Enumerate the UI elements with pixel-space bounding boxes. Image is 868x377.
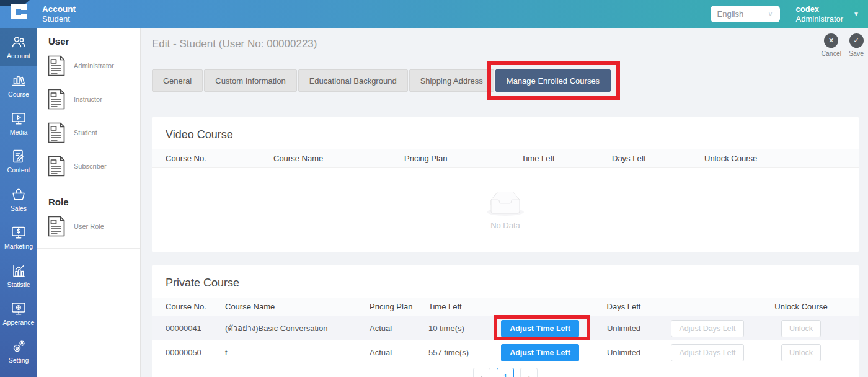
sidebar-item-label: User Role [74,223,104,230]
nav-item-media[interactable]: Media [0,104,37,142]
table-row: 00000050 t Actual 557 time(s) Adjust Tim… [152,340,859,365]
gears-icon [11,339,27,355]
breadcrumb: Account Student [42,4,76,24]
nav-item-label: Account [7,52,30,60]
column-header: Unlock Course [704,149,845,167]
monitor-dollar-icon [11,224,27,241]
empty-state: No Data [152,168,859,254]
sidebar-item-subscriber[interactable]: Subscriber [37,149,140,183]
sidebar-section-role: Role User Role [37,188,140,249]
cancel-x-icon: ✕ [824,33,838,48]
video-course-table-header: Course No. Course Name Pricing Plan Time… [152,149,859,168]
page-title: Edit - Student (User No: 00000223) [152,38,317,50]
tab-bar: General Custom Information Educational B… [152,69,611,92]
document-icon [47,55,66,76]
save-check-icon: ✓ [849,33,864,48]
cancel-button[interactable]: ✕ Cancel [821,33,841,57]
adjust-time-left-button[interactable]: Adjust Time Left [501,320,579,337]
column-header: Pricing Plan [404,149,521,167]
sidebar-item-administrator[interactable]: Administrator [37,49,140,82]
nav-item-label: Course [8,91,29,98]
video-course-card: Video Course Course No. Course Name Pric… [152,117,859,252]
private-course-title: Private Course [152,265,859,298]
nav-item-label: Content [7,166,30,174]
codex-logo-icon [8,3,29,20]
tab-custom-information[interactable]: Custom Information [204,69,296,92]
document-icon [47,122,66,143]
secondary-sidebar: User Administrator Instructor Stu [37,28,141,377]
user-menu[interactable]: codex Administrator ▼ [796,4,859,24]
breadcrumb-page: Student [42,14,76,24]
column-header: Course No. [166,149,273,167]
user-name: codex [796,4,844,14]
bar-chart-icon [11,263,27,279]
empty-inbox-icon [485,192,525,217]
table-row: 00000041 (ตัวอย่าง)Basic Conversation Ac… [152,316,859,340]
nav-item-content[interactable]: Content [0,142,37,180]
adjust-days-left-button[interactable]: Adjust Days Left [671,320,743,337]
media-screen-icon [11,110,27,126]
sidebar-item-student[interactable]: Student [37,116,140,149]
cell-pricing-plan: Actual [370,340,428,365]
cell-time-left: 10 time(s) [428,316,490,340]
video-course-title: Video Course [152,117,859,149]
main-content: Edit - Student (User No: 00000223) ✕ Can… [141,28,868,377]
document-edit-icon [11,148,27,164]
cell-days-left: Unlimited [590,316,658,340]
document-icon [47,216,66,237]
cell-course-name: t [225,340,370,365]
document-icon [47,89,66,110]
books-icon [11,73,27,89]
tab-label: Manage Enrolled Courses [507,76,600,86]
tab-educational-background[interactable]: Educational Background [298,69,408,92]
cell-course-name: (ตัวอย่าง)Basic Conversation [225,316,370,340]
cell-time-left: 557 time(s) [428,340,490,365]
cell-days-left: Unlimited [590,340,658,365]
document-icon [47,156,66,177]
language-select[interactable]: English ∨ [711,6,780,22]
cell-course-no: 00000050 [166,340,225,365]
cell-pricing-plan: Actual [370,316,428,340]
monitor-gear-icon [11,301,27,317]
unlock-button[interactable]: Unlock [781,344,821,361]
sidebar-item-user-role[interactable]: User Role [37,210,140,243]
language-select-value: English [717,9,744,19]
topbar: Account Student English ∨ codex Administ… [0,0,868,28]
chevron-down-icon: ∨ [768,10,773,18]
nav-item-label: Statistic [7,281,30,288]
cell-course-no: 00000041 [166,316,225,340]
users-icon [11,34,27,50]
pagination: ‹ 1 › [152,368,859,377]
sidebar-item-label: Administrator [74,62,114,69]
nav-item-course[interactable]: Course [0,66,37,104]
pagination-page-1-button[interactable]: 1 [497,368,514,377]
tab-bar-divider [152,92,859,92]
tab-manage-enrolled-courses[interactable]: Manage Enrolled Courses [495,69,611,92]
nav-item-apperance[interactable]: Apperance [0,295,37,332]
unlock-button[interactable]: Unlock [781,320,821,337]
pagination-next-button[interactable]: › [520,368,538,377]
sidebar-item-instructor[interactable]: Instructor [37,82,140,116]
main-nav-rail: Account Course Media Content Sales [0,28,37,377]
nav-item-statistic[interactable]: Statistic [0,256,37,294]
app-logo[interactable] [0,0,37,28]
pagination-prev-button[interactable]: ‹ [473,368,490,377]
sidebar-section-title: Role [37,197,140,207]
save-button[interactable]: ✓ Save [849,33,864,57]
sidebar-item-label: Subscriber [74,162,107,170]
nav-item-setting[interactable]: Setting [0,332,37,370]
tab-shipping-address[interactable]: Shipping Address [409,69,494,92]
nav-item-label: Media [10,128,28,136]
adjust-time-left-button[interactable]: Adjust Time Left [501,344,579,361]
tab-general[interactable]: General [152,69,203,92]
page-actions: ✕ Cancel ✓ Save [821,33,864,57]
sidebar-section-user: User Administrator Instructor Stu [37,28,140,188]
nav-item-sales[interactable]: Sales [0,180,37,218]
no-data-label: No Data [490,221,520,230]
sidebar-item-label: Student [74,129,97,136]
column-header: Days Left [612,149,704,167]
cancel-label: Cancel [821,50,841,57]
nav-item-account[interactable]: Account [0,28,37,66]
adjust-days-left-button[interactable]: Adjust Days Left [671,344,743,361]
nav-item-marketing[interactable]: Marketing [0,218,37,256]
